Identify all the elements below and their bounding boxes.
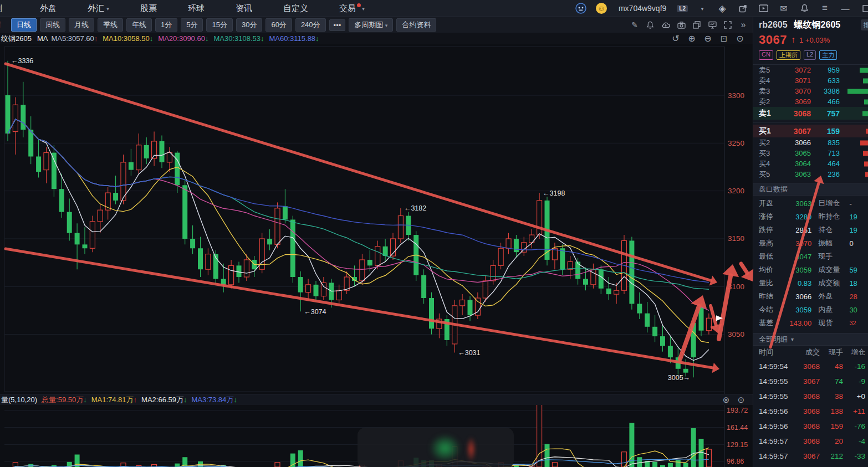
pankou-label: 成交额 [818,278,846,288]
tab-年线[interactable]: 年线 [126,18,152,32]
col-qty: 现手 [820,347,843,357]
price-annotation: 3005→ [668,374,690,382]
chart-zoom-icons: ↺ ⊕ ⊖ ⊡ ⊙ [671,34,753,44]
level-qty: 464 [811,160,840,168]
tab-240分[interactable]: 240分 [295,18,326,32]
panel-corner-button[interactable]: 排 [861,19,868,30]
pankou-value: 3066 [782,292,812,301]
mail-icon[interactable]: ✉ [778,3,789,14]
list-icon[interactable]: ≡ [819,3,830,14]
fullscreen-icon[interactable] [723,20,733,30]
trade-qty: 38 [820,392,843,401]
depth-bar [864,99,868,104]
buy-level-row[interactable]: 买43064464 [753,158,868,169]
pankou-label: 现货 [818,318,846,328]
pankou-value: - [846,199,868,208]
trade-inc: +0 [843,392,865,401]
tab-1分[interactable]: 1分 [155,18,177,32]
copy-windows-icon[interactable] [692,20,702,30]
contract-info-button[interactable]: 合约资料 [396,18,436,32]
depth-bar [860,68,868,73]
user-caret-icon[interactable]: ▾ [697,3,707,13]
sell-level-row[interactable]: 卖23069466 [753,96,868,107]
price-annotation: ←3031 [458,349,480,357]
target-icon[interactable]: ⊙ [735,34,745,44]
level-qty: 959 [811,66,840,74]
pankou-label: 外盘 [818,291,846,301]
trade-detail-row: 14:59:55306774-9 [753,374,868,389]
tab-月线[interactable]: 月线 [69,18,94,32]
close-indicator-icon[interactable]: ⊗ [721,395,731,405]
undo-icon[interactable]: ↺ [671,34,681,44]
multi-period-button[interactable]: 多周期图 ▾ [349,18,393,32]
pankou-label: 最高 [759,238,782,248]
video-icon[interactable] [758,3,769,14]
trade-time: 14:59:55 [759,377,793,386]
level-price: 3068 [779,109,811,118]
maximize-icon[interactable] [860,3,868,14]
indicator-settings-icon[interactable]: ⊙ [736,395,746,405]
alert-bell-icon[interactable] [645,20,655,30]
buy-level-row[interactable]: 买33065713 [753,148,868,158]
sell-level-row[interactable]: 卖330703386 [753,86,868,96]
tab-日线[interactable]: 日线 [11,18,37,32]
last-price: 3067 [759,33,787,47]
pankou-value: 19 [846,226,868,234]
trade-price: 3067 [793,377,820,386]
book-divider [753,122,868,122]
pankou-row: 开盘3063日增仓- [753,197,868,210]
menu-item-交易[interactable]: 交易▾ [339,3,365,14]
pankou-label: 现手 [818,252,846,261]
share-icon[interactable] [737,3,748,14]
layers-icon[interactable]: ◈ [717,3,728,14]
details-section-header[interactable]: 全部明细▾ [753,333,868,346]
tab-季线[interactable]: 季线 [98,18,123,32]
camera-icon[interactable] [676,20,686,30]
level-label: 买1 [759,126,779,136]
collapse-panel-icon[interactable]: » [738,20,748,30]
menu-item-资讯[interactable]: 资讯 [236,3,252,14]
sell-level-row[interactable]: 卖13068757 [753,107,868,120]
sell-level-row[interactable]: 卖53072959 [753,65,868,75]
bell-icon[interactable] [799,3,810,14]
cloud-icon[interactable] [661,20,671,30]
trade-time: 14:59:56 [759,407,793,415]
buy-level-row[interactable]: 买53063236 [753,169,868,179]
menu-item-环球[interactable]: 环球 [188,3,205,14]
tab-周线[interactable]: 周线 [40,18,65,32]
up-arrow-icon: ↑ [94,34,98,43]
pankou-label: 涨停 [759,212,782,222]
more-periods-button[interactable]: ••• [329,19,346,31]
pankou-label: 内盘 [818,305,846,315]
tab-30分[interactable]: 30分 [236,18,262,32]
tab-5分[interactable]: 5分 [181,18,203,32]
trade-qty: 74 [820,377,843,386]
buy-level-row[interactable]: 买23066835 [753,137,868,148]
level-qty: 713 [811,149,840,157]
user-avatar[interactable]: ☺ [596,3,607,14]
assistant-robot-icon[interactable] [575,3,586,14]
zoom-in-icon[interactable]: ⊕ [687,34,697,44]
svg-text:3250: 3250 [728,139,744,147]
username[interactable]: mx704w9vqf9 [619,4,666,13]
buy-level-row[interactable]: 买13067159 [753,125,868,137]
menu-item-自定义[interactable]: 自定义 [283,3,308,14]
pankou-value: 3059 [782,306,812,314]
sell-level-row[interactable]: 卖43071633 [753,75,868,86]
contract-name: 螺纹钢2605 [794,19,841,31]
menu-item-外盘[interactable]: 外盘 [40,3,57,14]
tab-60分[interactable]: 60分 [265,18,292,32]
zoom-out-icon[interactable]: ⊖ [703,34,713,44]
minimize-icon[interactable]: — [840,3,851,14]
menu-item-外汇[interactable]: 外汇▾ [88,3,109,14]
restore-window-icon[interactable]: ⊡ [719,34,729,44]
tab-15分[interactable]: 15分 [206,18,232,32]
svg-text:96.86: 96.86 [727,458,744,465]
pankou-row: 均价3059成交量59 [753,263,868,276]
draw-pencil-icon[interactable]: ✎ [630,20,640,30]
menu-item-股票[interactable]: 股票 [140,3,157,14]
level-label: 买3 [759,148,779,158]
monitor-icon[interactable] [707,20,717,30]
price-change: 1 +0.03% [799,36,830,44]
ma-prefix-label: MA [37,34,48,43]
